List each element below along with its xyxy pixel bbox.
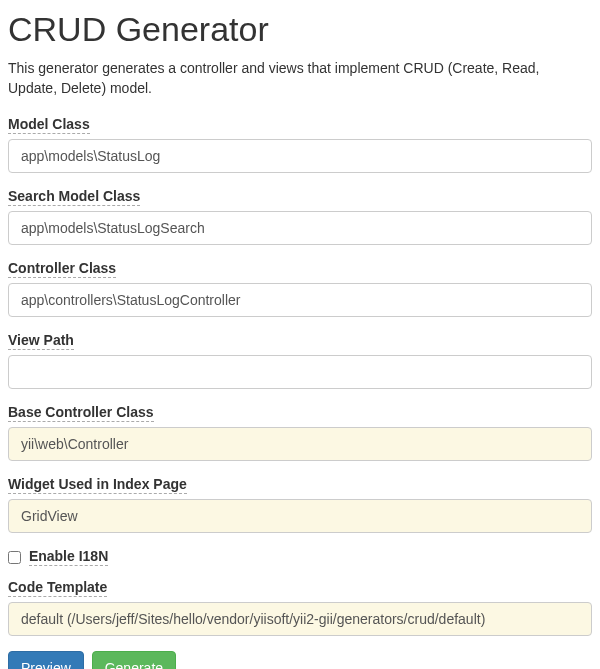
input-search-model-class[interactable] [8, 211, 592, 245]
field-model-class: Model Class [8, 116, 592, 173]
label-enable-i18n: Enable I18N [29, 548, 108, 566]
page-description: This generator generates a controller an… [8, 59, 592, 98]
input-controller-class[interactable] [8, 283, 592, 317]
label-model-class: Model Class [8, 116, 90, 134]
label-base-controller-class: Base Controller Class [8, 404, 154, 422]
button-row: Preview Generate [8, 651, 592, 669]
field-search-model-class: Search Model Class [8, 188, 592, 245]
generate-button[interactable]: Generate [92, 651, 176, 669]
label-widget-used: Widget Used in Index Page [8, 476, 187, 494]
label-view-path: View Path [8, 332, 74, 350]
label-code-template: Code Template [8, 579, 107, 597]
preview-button[interactable]: Preview [8, 651, 84, 669]
page-title: CRUD Generator [8, 10, 592, 49]
input-widget-used[interactable] [8, 499, 592, 533]
checkbox-enable-i18n[interactable] [8, 551, 21, 564]
field-widget-used: Widget Used in Index Page [8, 476, 592, 533]
label-controller-class: Controller Class [8, 260, 116, 278]
label-search-model-class: Search Model Class [8, 188, 140, 206]
input-model-class[interactable] [8, 139, 592, 173]
input-view-path[interactable] [8, 355, 592, 389]
field-controller-class: Controller Class [8, 260, 592, 317]
field-view-path: View Path [8, 332, 592, 389]
field-code-template: Code Template [8, 579, 592, 636]
input-base-controller-class[interactable] [8, 427, 592, 461]
field-base-controller-class: Base Controller Class [8, 404, 592, 461]
input-code-template[interactable] [8, 602, 592, 636]
field-enable-i18n: Enable I18N [8, 548, 592, 564]
